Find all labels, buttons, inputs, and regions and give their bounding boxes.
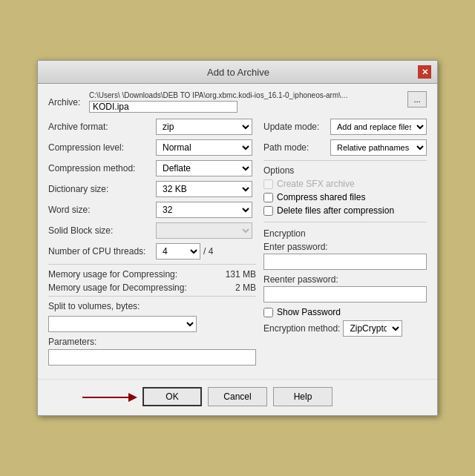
- cpu-threads-label: Number of CPU threads:: [48, 246, 156, 257]
- memory-compressing-row: Memory usage for Compressing: 131 MB: [48, 269, 256, 280]
- memory-decompressing-row: Memory usage for Decompressing: 2 MB: [48, 282, 256, 293]
- cpu-max-label: / 4: [203, 246, 213, 257]
- format-select[interactable]: zip 7z tar: [156, 119, 252, 135]
- dialog-content: Archive: C:\Users\ \Downloads\DEB TO IPA…: [38, 84, 437, 379]
- encryption-title: Encryption: [263, 228, 427, 239]
- compression-method-select[interactable]: Deflate LZMA: [156, 160, 252, 176]
- update-mode-row: Update mode: Add and replace files Updat…: [263, 119, 427, 135]
- compression-level-label: Compression level:: [48, 142, 156, 153]
- cancel-button[interactable]: Cancel: [208, 387, 267, 406]
- create-sfx-row: Create SFX archive: [263, 179, 427, 189]
- close-button[interactable]: ✕: [418, 65, 431, 79]
- memory-decompressing-value: 2 MB: [235, 282, 256, 293]
- dictionary-size-row: Dictionary size: 32 KB 64 KB: [48, 181, 256, 197]
- cpu-threads-select[interactable]: 4 2 1: [156, 243, 200, 260]
- reenter-password-label: Reenter password:: [263, 274, 427, 285]
- show-password-checkbox[interactable]: [263, 308, 273, 317]
- add-to-archive-dialog: Add to Archive ✕ Archive: C:\Users\ \Dow…: [37, 60, 438, 416]
- encryption-method-row: Encryption method: ZipCrypto AES-256: [263, 320, 427, 337]
- left-column: Archive format: zip 7z tar Compression l…: [48, 119, 256, 371]
- compression-level-select[interactable]: Normal Store Fast: [156, 139, 252, 156]
- create-sfx-label: Create SFX archive: [277, 179, 355, 189]
- update-mode-select[interactable]: Add and replace files Update and add fil…: [330, 119, 427, 135]
- parameters-input[interactable]: [48, 349, 256, 366]
- compress-shared-row: Compress shared files: [263, 192, 427, 202]
- parameters-row: Parameters:: [48, 337, 256, 366]
- solid-block-row: Solid Block size:: [48, 222, 256, 239]
- archive-row: Archive: C:\Users\ \Downloads\DEB TO IPA…: [48, 91, 427, 113]
- encryption-group: Encryption Enter password: Reenter passw…: [263, 228, 427, 337]
- dialog-title: Add to Archive: [59, 67, 418, 78]
- delete-after-row: Delete files after compression: [263, 205, 427, 216]
- compression-level-row: Compression level: Normal Store Fast: [48, 139, 256, 156]
- solid-block-select: [156, 222, 252, 239]
- memory-compressing-label: Memory usage for Compressing:: [48, 269, 177, 280]
- dictionary-size-label: Dictionary size:: [48, 184, 156, 194]
- solid-block-label: Solid Block size:: [48, 225, 156, 236]
- cpu-threads-row: Number of CPU threads: 4 2 1 / 4: [48, 243, 256, 260]
- create-sfx-checkbox: [263, 179, 273, 189]
- compress-shared-label: Compress shared files: [277, 192, 365, 202]
- right-column: Update mode: Add and replace files Updat…: [263, 119, 427, 371]
- options-title: Options: [263, 165, 427, 176]
- word-size-select[interactable]: 32 64: [156, 202, 252, 218]
- format-row: Archive format: zip 7z tar: [48, 119, 256, 135]
- show-password-label: Show Password: [277, 307, 341, 317]
- compression-method-row: Compression method: Deflate LZMA: [48, 160, 256, 176]
- memory-decompressing-label: Memory usage for Decompressing:: [48, 282, 187, 293]
- archive-path-container: C:\Users\ \Downloads\DEB TO IPA\org.xbmc…: [89, 91, 427, 113]
- memory-compressing-value: 131 MB: [226, 269, 256, 280]
- ok-button[interactable]: OK: [142, 387, 202, 406]
- format-label: Archive format:: [48, 122, 156, 132]
- options-group: Options Create SFX archive Compress shar…: [263, 165, 427, 216]
- archive-label: Archive:: [48, 97, 89, 108]
- split-row: Split to volumes, bytes:: [48, 301, 256, 311]
- help-button[interactable]: Help: [273, 387, 332, 406]
- encryption-method-select[interactable]: ZipCrypto AES-256: [343, 320, 402, 337]
- delete-after-label: Delete files after compression: [277, 205, 394, 216]
- browse-button[interactable]: ...: [407, 91, 427, 108]
- path-mode-row: Path mode: Relative pathnames Full pathn…: [263, 139, 427, 156]
- delete-after-checkbox[interactable]: [263, 206, 273, 216]
- archive-path-text: C:\Users\ \Downloads\DEB TO IPA\org.xbmc…: [89, 91, 349, 99]
- dictionary-size-select[interactable]: 32 KB 64 KB: [156, 181, 252, 197]
- encryption-method-label: Encryption method:: [263, 323, 340, 334]
- arrow-indicator: [82, 390, 142, 405]
- show-password-row: Show Password: [263, 307, 427, 317]
- compression-method-label: Compression method:: [48, 163, 156, 173]
- update-mode-label: Update mode:: [263, 122, 330, 132]
- archive-filename-input[interactable]: [89, 101, 238, 113]
- enter-password-label: Enter password:: [263, 242, 427, 252]
- compress-shared-checkbox[interactable]: [263, 193, 273, 202]
- path-mode-select[interactable]: Relative pathnames Full pathnames: [330, 139, 427, 156]
- path-mode-label: Path mode:: [263, 142, 330, 153]
- bottom-buttons: OK Cancel Help: [38, 379, 437, 415]
- main-columns: Archive format: zip 7z tar Compression l…: [48, 119, 427, 371]
- title-bar: Add to Archive ✕: [38, 61, 437, 84]
- enter-password-input[interactable]: [263, 254, 427, 270]
- reenter-password-input[interactable]: [263, 286, 427, 303]
- word-size-row: Word size: 32 64: [48, 202, 256, 218]
- split-select[interactable]: [48, 316, 197, 332]
- parameters-label: Parameters:: [48, 337, 256, 347]
- split-label: Split to volumes, bytes:: [48, 301, 156, 311]
- word-size-label: Word size:: [48, 205, 156, 215]
